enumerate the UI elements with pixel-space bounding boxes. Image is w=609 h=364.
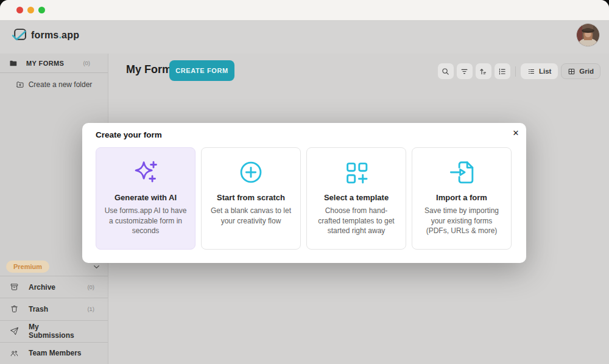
template-grid-icon: [307, 158, 406, 186]
toolbar-divider: [515, 66, 516, 77]
premium-badge: Premium: [6, 261, 49, 273]
card-title: Select a template: [307, 193, 406, 202]
create-form-button[interactable]: CREATE FORM: [169, 60, 234, 81]
card-title: Generate with AI: [96, 193, 195, 202]
close-icon[interactable]: ✕: [509, 127, 523, 140]
sidebar-item-archive[interactable]: Archive (0): [0, 276, 108, 298]
search-button[interactable]: [438, 63, 454, 79]
grid-icon: [568, 68, 576, 75]
sort-button[interactable]: [476, 63, 491, 79]
view-options-icon: [498, 67, 507, 76]
card-generate-with-ai[interactable]: Generate with AI Use forms.app AI to hav…: [96, 147, 195, 250]
zoom-window-button[interactable]: [38, 7, 45, 13]
ai-sparkle-icon: [96, 158, 195, 186]
import-file-icon: [412, 158, 511, 186]
card-import-a-form[interactable]: Import a form Save time by importing you…: [412, 147, 512, 250]
create-options: Generate with AI Use forms.app AI to hav…: [96, 147, 512, 250]
app-header: forms.app: [0, 20, 609, 54]
sort-ascending-icon: [479, 67, 488, 76]
create-form-modal: Create your form ✕ Generate with AI Use …: [82, 123, 526, 263]
filter-button[interactable]: [457, 63, 473, 79]
avatar[interactable]: [577, 24, 599, 46]
create-folder-label: Create a new folder: [29, 80, 93, 89]
card-start-from-scratch[interactable]: Start from scratch Get a blank canvas to…: [201, 147, 301, 250]
close-window-button[interactable]: [16, 7, 23, 13]
list-icon: [527, 68, 535, 75]
sidebar-item-my-forms[interactable]: MY FORMS (0): [0, 54, 108, 73]
minimize-window-button[interactable]: [27, 7, 34, 13]
paper-plane-icon: [10, 327, 19, 336]
card-description: Use forms.app AI to have a customizable …: [104, 206, 188, 236]
card-title: Import a form: [412, 193, 511, 202]
view-options-button[interactable]: [495, 63, 510, 79]
card-description: Choose from hand-crafted templates to ge…: [314, 206, 398, 236]
list-view-button[interactable]: List: [521, 63, 558, 79]
card-title: Start from scratch: [202, 193, 300, 202]
sidebar-item-my-submissions[interactable]: My Submissions: [0, 320, 108, 342]
search-icon: [441, 67, 450, 76]
trash-icon: [10, 304, 19, 313]
sidebar-nav: Archive (0) Trash (1): [0, 276, 108, 364]
chevron-down-icon: [93, 263, 100, 271]
grid-view-button[interactable]: Grid: [561, 63, 600, 79]
forms-toolbar: List Grid: [438, 63, 600, 79]
create-new-folder-button[interactable]: Create a new folder: [0, 80, 108, 89]
window-titlebar: [0, 0, 609, 20]
folder-plus-icon: [16, 80, 24, 89]
archive-icon: [10, 282, 19, 292]
folder-icon: [9, 59, 18, 68]
card-description: Save time by importing your existing for…: [420, 206, 504, 236]
card-description: Get a blank canvas to let your creativit…: [209, 206, 293, 226]
sidebar-item-trash[interactable]: Trash (1): [0, 298, 108, 320]
sidebar-item-team-members[interactable]: Team Members: [0, 342, 108, 364]
modal-title: Create your form: [96, 130, 162, 139]
team-icon: [10, 349, 19, 358]
my-forms-count: (0): [83, 60, 90, 66]
circle-plus-icon: [202, 158, 300, 186]
my-forms-label: MY FORMS: [26, 60, 64, 67]
forms-app-logo[interactable]: forms.app: [12, 27, 79, 43]
logo-check-icon: [12, 27, 27, 43]
app-window: forms.app: [0, 0, 609, 364]
logo-text: forms.app: [31, 30, 79, 41]
card-select-a-template[interactable]: Select a template Choose from hand-craft…: [306, 147, 406, 250]
filter-icon: [460, 67, 469, 76]
